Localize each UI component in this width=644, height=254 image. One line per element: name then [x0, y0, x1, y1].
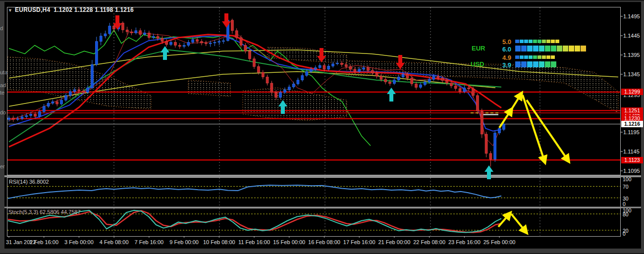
candle-body [314, 68, 317, 69]
strength-bar-segment [529, 40, 533, 43]
strength-bar-segment [546, 40, 550, 43]
candle-body [279, 93, 282, 98]
eur-strength-value-high: 5.0 [494, 38, 511, 46]
strength-bar-segment [545, 61, 550, 67]
price-label: 1.1445 [623, 33, 640, 39]
candle-body [358, 69, 361, 72]
strength-bar-segment [520, 40, 524, 43]
candle-body [16, 119, 19, 120]
candle-body [43, 106, 45, 112]
sell-signal-arrow-icon [222, 13, 231, 28]
stoch-projection-arrow[interactable] [498, 213, 510, 227]
symbol-dropdown-icon[interactable]: ▼ [8, 8, 12, 13]
stoch-projection-arrow[interactable] [511, 214, 527, 233]
chart-canvas[interactable]: 31 Jan 20221 Feb 16:003 Feb 00:004 Feb 0… [0, 0, 644, 254]
candle-body [415, 84, 418, 88]
time-label: 21 Feb 00:00 [378, 239, 410, 245]
candle-body [424, 82, 426, 85]
candle-body [82, 91, 85, 93]
candle-body [214, 42, 216, 43]
rsi-scale-label: 0 [623, 201, 626, 207]
projection-arrow[interactable] [527, 100, 569, 161]
candle-body [113, 26, 115, 29]
candle-body [95, 42, 98, 65]
candle-body [104, 34, 107, 36]
time-axis[interactable]: 31 Jan 20221 Feb 16:003 Feb 00:004 Feb 0… [6, 236, 516, 245]
strength-bar-segment [524, 40, 528, 43]
candle-body [130, 32, 133, 33]
candle-body [476, 96, 479, 111]
ichimoku-cloud [188, 80, 230, 97]
candle-body [249, 51, 251, 59]
candle-body [60, 100, 63, 104]
candle-body [240, 38, 242, 46]
candle-body [380, 76, 382, 79]
candle-body [481, 111, 483, 134]
rsi-scale-label: 100 [623, 176, 632, 182]
frame-text-fragment: te [0, 90, 4, 96]
candle-body [384, 79, 387, 82]
price-label: 1.1345 [623, 71, 640, 77]
candle-body [437, 76, 439, 78]
sr-price-tag: 1.1251 [621, 107, 643, 114]
candle-body [489, 153, 492, 159]
strength-bar-segment [551, 40, 555, 43]
strength-bar-segment [555, 40, 559, 43]
ichimoku-cloud [7, 57, 151, 109]
strength-bar-segment [515, 55, 519, 59]
candle-body [196, 40, 199, 42]
candle-body [78, 90, 80, 91]
buy-signal-arrow-icon [387, 88, 396, 102]
candle-body [336, 63, 339, 64]
candle-body [459, 89, 461, 92]
symbol-timeframe: EURUSD,H4 [15, 6, 50, 13]
strength-bar-segment [529, 55, 533, 59]
candle-body [161, 38, 163, 41]
strength-bar-segment [537, 55, 541, 59]
chart-title: ▼EURUSD,H4 1.1202 1.1228 1.1198 1.1216 [8, 6, 134, 13]
candle-body [69, 92, 71, 96]
candle-body [257, 66, 260, 72]
candle-body [363, 68, 365, 69]
candle-body [205, 43, 207, 44]
price-label: 1.1195 [623, 129, 640, 135]
strength-bar-segment [557, 46, 562, 51]
candle-body [310, 69, 312, 72]
candle-body [8, 118, 10, 119]
candle-body [345, 65, 347, 67]
usd-strength-label: USD [471, 60, 484, 68]
candle-body [174, 42, 176, 45]
candle-body [47, 103, 50, 106]
projection-arrow[interactable] [512, 93, 522, 109]
price-label: 1.1395 [623, 52, 640, 58]
time-label: 11 Feb 16:00 [238, 239, 270, 245]
candle-body [327, 66, 330, 69]
candle-body [275, 93, 277, 98]
candle-body [498, 128, 501, 133]
candle-body [73, 90, 76, 92]
candle-body [139, 31, 142, 35]
candle-body [288, 87, 290, 90]
time-label: 10 Feb 08:00 [203, 239, 235, 245]
time-label: 17 Feb 16:00 [343, 239, 376, 245]
strength-bar-segment [563, 46, 568, 51]
buy-signal-arrow-icon [161, 46, 169, 60]
candle-body [349, 66, 352, 69]
candle-body [121, 23, 124, 30]
sr-price-tag: 1.1123 [621, 157, 643, 163]
strength-bar-segment [527, 61, 533, 67]
strength-bar-segment [551, 46, 556, 51]
strength-bar-segment [537, 40, 541, 43]
candle-body [402, 74, 404, 77]
candle-body [91, 65, 93, 88]
projection-arrow[interactable] [523, 95, 545, 162]
candle-body [468, 88, 470, 89]
candle-body [406, 74, 409, 78]
candle-body [170, 42, 172, 45]
frame-text-fragment: do [0, 109, 6, 115]
frame-text-fragment: er [0, 163, 5, 169]
candle-body [183, 46, 185, 47]
candle-body [446, 80, 448, 83]
frame-text-fragment: d [0, 25, 3, 31]
candle-body [297, 80, 299, 84]
